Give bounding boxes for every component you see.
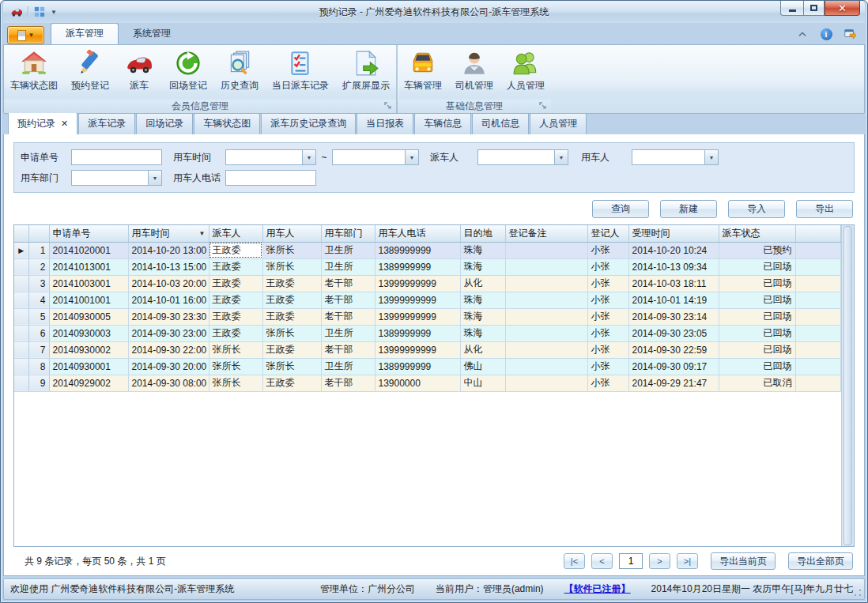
cell-用车人[interactable]: 王政委 xyxy=(262,341,321,358)
pager-page-input[interactable] xyxy=(619,553,643,569)
cell-派车状态[interactable]: 已回场 xyxy=(719,258,795,275)
cell-派车状态[interactable]: 已取消 xyxy=(719,375,795,391)
cell-派车人[interactable]: 王政委 xyxy=(209,258,262,275)
ribbon-button-pencil[interactable]: 预约登记 xyxy=(65,48,115,94)
department-combobox[interactable]: ▼ xyxy=(71,170,162,186)
cell-用车时间[interactable]: 2014-09-30 23:00 xyxy=(128,325,209,341)
cell-登记备注[interactable] xyxy=(505,275,587,292)
cell-登记人[interactable]: 小张 xyxy=(587,375,628,391)
cell-用车时间[interactable]: 2014-10-03 20:00 xyxy=(128,275,209,292)
row-number[interactable]: 2 xyxy=(28,258,49,275)
cell-用车人电话[interactable]: 1389999999 xyxy=(375,258,460,275)
maximize-button[interactable] xyxy=(803,1,825,16)
chevron-down-icon[interactable]: ▼ xyxy=(51,9,57,16)
cell-用车人[interactable]: 张所长 xyxy=(262,325,321,341)
cell-申请单号[interactable]: 20140930001 xyxy=(49,358,128,375)
cell-派车状态[interactable]: 已回场 xyxy=(719,341,795,358)
cell-登记备注[interactable] xyxy=(505,325,587,341)
row-indicator[interactable] xyxy=(14,308,28,325)
cell-目的地[interactable]: 从化 xyxy=(460,341,505,358)
row-number[interactable]: 6 xyxy=(28,325,49,341)
cell-登记人[interactable]: 小张 xyxy=(587,292,628,308)
column-header-用车时间[interactable]: 用车时间▼ xyxy=(128,225,209,242)
column-header-受理时间[interactable]: 受理时间 xyxy=(628,225,719,242)
cell-用车人[interactable]: 张所长 xyxy=(262,258,321,275)
cell-用车人[interactable]: 王政委 xyxy=(262,292,321,308)
cell-派车人[interactable]: 张所长 xyxy=(209,358,262,375)
cell-受理时间[interactable]: 2014-10-03 18:11 xyxy=(628,275,719,292)
cell-受理时间[interactable]: 2014-09-30 23:05 xyxy=(628,325,719,341)
cell-登记备注[interactable] xyxy=(505,308,587,325)
cell-用车部门[interactable]: 卫生所 xyxy=(321,258,375,275)
cell-派车人[interactable]: 王政委 xyxy=(209,308,262,325)
column-header-派车状态[interactable]: 派车状态 xyxy=(719,225,795,242)
ribbon-button-recycle[interactable]: 回场登记 xyxy=(163,48,213,94)
cell-目的地[interactable]: 珠海 xyxy=(460,325,505,341)
cell-用车人电话[interactable]: 1389999999 xyxy=(375,242,460,258)
doc-tab-司机信息[interactable]: 司机信息 xyxy=(472,113,529,134)
cell-目的地[interactable]: 珠海 xyxy=(460,242,505,258)
cell-用车时间[interactable]: 2014-09-30 23:30 xyxy=(128,308,209,325)
vertical-scrollbar[interactable] xyxy=(841,225,854,546)
cell-登记人[interactable]: 小张 xyxy=(587,242,628,258)
chevron-up-icon[interactable] xyxy=(795,27,810,41)
cell-派车状态[interactable]: 已回场 xyxy=(719,358,795,375)
export-button[interactable]: 导出 xyxy=(796,200,853,218)
cell-登记人[interactable]: 小张 xyxy=(587,341,628,358)
row-indicator[interactable] xyxy=(14,375,28,391)
cell-受理时间[interactable]: 2014-10-01 14:19 xyxy=(628,292,719,308)
cell-登记备注[interactable] xyxy=(505,358,587,375)
cell-派车人[interactable]: 王政委 xyxy=(209,325,262,341)
cell-目的地[interactable]: 佛山 xyxy=(460,358,505,375)
dispatcher-combobox[interactable]: ▼ xyxy=(477,149,568,165)
cell-受理时间[interactable]: 2014-10-13 09:34 xyxy=(628,258,719,275)
cell-登记人[interactable]: 小张 xyxy=(587,308,628,325)
cell-派车人[interactable]: 张所长 xyxy=(209,375,262,391)
cell-登记备注[interactable] xyxy=(505,292,587,308)
row-indicator[interactable] xyxy=(14,325,28,341)
doc-tab-派车记录[interactable]: 派车记录 xyxy=(78,113,135,134)
cell-目的地[interactable]: 珠海 xyxy=(460,258,505,275)
chevron-down-icon[interactable]: ▼ xyxy=(405,150,418,164)
cell-用车人[interactable]: 王政委 xyxy=(262,308,321,325)
cell-用车部门[interactable]: 老干部 xyxy=(321,308,375,325)
ribbon-button-red-car[interactable]: 派车 xyxy=(116,48,162,94)
cell-登记备注[interactable] xyxy=(505,242,587,258)
cell-登记人[interactable]: 小张 xyxy=(587,275,628,292)
cell-用车人电话[interactable]: 1389999999 xyxy=(375,358,460,375)
sort-filter-icon[interactable]: ▼ xyxy=(199,230,206,237)
cell-用车部门[interactable]: 老干部 xyxy=(321,275,375,292)
chevron-down-icon[interactable]: ▼ xyxy=(302,150,315,164)
row-number[interactable]: 7 xyxy=(28,341,49,358)
column-header-目的地[interactable]: 目的地 xyxy=(460,225,505,242)
license-link[interactable]: 【软件已注册】 xyxy=(564,582,631,596)
row-number[interactable]: 1 xyxy=(28,242,49,258)
row-number[interactable]: 8 xyxy=(28,358,49,375)
cell-申请单号[interactable]: 20141003001 xyxy=(49,275,128,292)
cell-用车部门[interactable]: 老干部 xyxy=(321,292,375,308)
ribbon-button-driver[interactable]: 司机管理 xyxy=(449,48,500,94)
cell-受理时间[interactable]: 2014-09-29 21:47 xyxy=(628,375,719,391)
column-header-用车部门[interactable]: 用车部门 xyxy=(321,225,375,242)
row-indicator[interactable] xyxy=(14,358,28,375)
resize-grip-icon[interactable] xyxy=(854,589,862,597)
column-header-申请单号[interactable]: 申请单号 xyxy=(49,225,128,242)
chevron-down-icon[interactable]: ▼ xyxy=(554,150,568,164)
cell-派车状态[interactable]: 已回场 xyxy=(719,308,795,325)
cell-用车人[interactable]: 张所长 xyxy=(262,358,321,375)
car-user-combobox[interactable]: ▼ xyxy=(632,149,719,165)
cell-申请单号[interactable]: 20140930003 xyxy=(49,325,128,341)
cell-登记人[interactable]: 小张 xyxy=(587,358,628,375)
doc-tab-车辆状态图[interactable]: 车辆状态图 xyxy=(194,113,260,134)
cell-登记备注[interactable] xyxy=(505,341,587,358)
cell-派车状态[interactable]: 已回场 xyxy=(719,292,795,308)
row-indicator[interactable]: ▶ xyxy=(14,242,28,258)
column-header-派车人[interactable]: 派车人 xyxy=(209,225,262,242)
dialog-launcher-icon[interactable] xyxy=(539,102,548,111)
cell-用车部门[interactable]: 卫生所 xyxy=(321,358,375,375)
cell-派车状态[interactable]: 已回场 xyxy=(719,275,795,292)
cell-目的地[interactable]: 从化 xyxy=(460,275,505,292)
chevron-down-icon[interactable]: ▼ xyxy=(148,171,161,185)
cell-登记备注[interactable] xyxy=(505,375,587,391)
column-header-用车人电话[interactable]: 用车人电话 xyxy=(375,225,460,242)
